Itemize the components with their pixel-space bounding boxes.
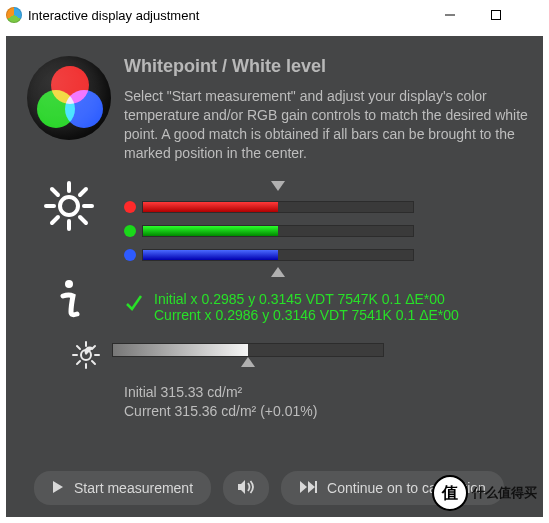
watermark-badge: 值 — [432, 475, 468, 511]
svg-point-2 — [60, 197, 78, 215]
red-bar — [142, 201, 414, 213]
fast-forward-icon — [299, 480, 317, 497]
minimize-button[interactable] — [427, 0, 473, 30]
svg-rect-1 — [492, 11, 501, 20]
brightness-center-marker — [112, 357, 384, 371]
app-icon — [6, 7, 22, 23]
whitepoint-readout: Initial x 0.2985 y 0.3145 VDT 7547K 0.1 … — [124, 291, 535, 323]
brightness-bar — [112, 343, 384, 357]
page-description: Select "Start measurement" and adjust yo… — [124, 87, 535, 163]
maximize-button[interactable] — [473, 0, 519, 30]
start-measurement-label: Start measurement — [74, 480, 193, 496]
center-marker-top — [142, 181, 535, 195]
titlebar: Interactive display adjustment — [0, 0, 549, 30]
brightness-row — [124, 341, 535, 373]
center-marker-bottom — [142, 267, 535, 281]
svg-line-18 — [92, 361, 95, 364]
readout-current: Current x 0.2986 y 0.3146 VDT 7541K 0.1 … — [154, 307, 459, 323]
watermark-text: 什么值得买 — [472, 484, 537, 502]
svg-point-11 — [65, 280, 73, 288]
checkmark-icon — [124, 293, 144, 316]
window-title: Interactive display adjustment — [28, 8, 199, 23]
sound-button[interactable] — [223, 471, 269, 505]
content-column: Whitepoint / White level Select "Start m… — [124, 50, 535, 422]
sun-icon — [43, 180, 95, 236]
green-bar — [142, 225, 414, 237]
svg-line-17 — [77, 346, 80, 349]
speaker-icon — [237, 479, 255, 498]
svg-line-19 — [92, 346, 95, 349]
brightness-icon — [72, 341, 100, 373]
page-title: Whitepoint / White level — [124, 56, 535, 77]
readout-initial: Initial x 0.2985 y 0.3145 VDT 7547K 0.1 … — [154, 291, 459, 307]
svg-line-7 — [52, 189, 58, 195]
play-icon — [52, 480, 64, 497]
side-icon-column — [14, 50, 124, 422]
watermark: 值 什么值得买 — [432, 475, 537, 511]
svg-line-9 — [80, 189, 86, 195]
green-dot-icon — [124, 225, 136, 237]
client-area: Whitepoint / White level Select "Start m… — [6, 36, 543, 517]
luminance-readout: Initial 315.33 cd/m² Current 315.36 cd/m… — [124, 383, 535, 422]
svg-rect-21 — [315, 481, 317, 493]
svg-line-8 — [80, 217, 86, 223]
luminance-current: Current 315.36 cd/m² (+0.01%) — [124, 402, 535, 422]
info-icon — [49, 276, 89, 328]
close-button[interactable] — [519, 0, 549, 30]
rgb-venn-icon — [27, 56, 111, 140]
rgb-bars — [124, 181, 535, 281]
svg-line-20 — [77, 361, 80, 364]
blue-dot-icon — [124, 249, 136, 261]
blue-bar — [142, 249, 414, 261]
svg-line-10 — [52, 217, 58, 223]
luminance-initial: Initial 315.33 cd/m² — [124, 383, 535, 403]
start-measurement-button[interactable]: Start measurement — [34, 471, 211, 505]
red-dot-icon — [124, 201, 136, 213]
